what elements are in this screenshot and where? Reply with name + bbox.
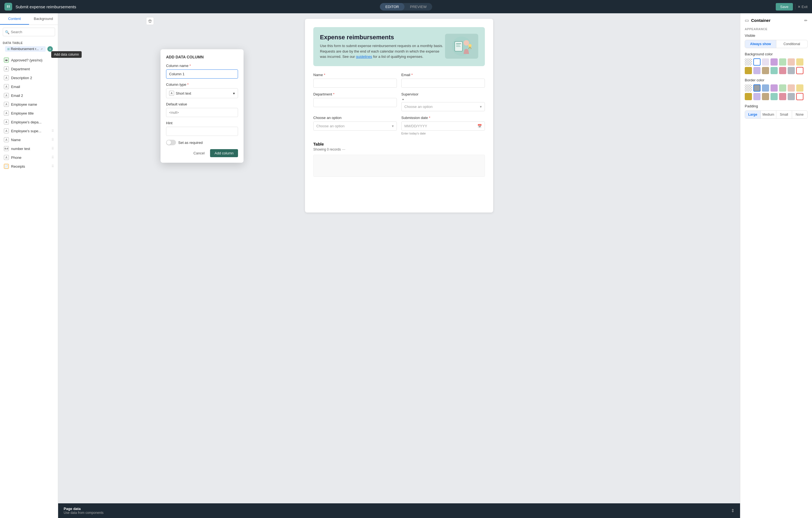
bg-color-tan[interactable] <box>762 67 769 74</box>
border-color-yellow[interactable] <box>796 84 804 92</box>
exit-button[interactable]: ✕ Exit <box>798 5 808 9</box>
sidebar-item-receipts[interactable]: 📄 Receipts ⠿ <box>1 162 57 171</box>
border-color-gray[interactable] <box>753 84 760 92</box>
text-icon: A <box>4 137 9 142</box>
svg-rect-1 <box>7 5 8 7</box>
conditional-option[interactable]: Conditional <box>776 40 807 48</box>
text-icon: A <box>4 155 9 160</box>
column-type-value: Short text <box>176 91 191 95</box>
sidebar-item-employees-supe[interactable]: A Employee's supe... ⠿ <box>1 126 57 135</box>
padding-group: Large Medium Small None <box>745 110 808 119</box>
border-color-grid <box>745 84 808 100</box>
sidebar-item-label: Email <box>11 85 54 89</box>
search-box: 🔍 <box>3 28 55 36</box>
page-data-expand-icon[interactable]: ⇕ <box>731 508 734 513</box>
padding-large[interactable]: Large <box>745 111 761 118</box>
sidebar-item-phone[interactable]: A Phone ⠿ <box>1 153 57 162</box>
tab-background[interactable]: Background <box>29 13 58 25</box>
editor-btn[interactable]: EDITOR <box>380 3 405 10</box>
drag-handle-icon[interactable]: ⠿ <box>52 155 54 160</box>
border-color-red[interactable] <box>796 93 804 100</box>
border-color-peach[interactable] <box>788 84 795 92</box>
modal-overlay: ADD DATA COLUMN Column name * Column typ… <box>116 13 668 518</box>
hint-input[interactable] <box>166 127 238 136</box>
bg-color-transparent[interactable] <box>745 58 752 65</box>
always-show-option[interactable]: Always show <box>745 40 776 48</box>
preview-btn[interactable]: PREVIEW <box>404 3 432 10</box>
bg-color-lavender[interactable] <box>762 58 769 65</box>
add-column-button[interactable]: Add column <box>210 149 238 157</box>
sidebar-item-label: Employee title <box>11 111 54 115</box>
svg-rect-0 <box>6 4 10 9</box>
editor-preview-toggle: EDITOR PREVIEW <box>380 3 432 10</box>
drag-handle-icon[interactable]: ⠿ <box>52 129 54 133</box>
drag-handle-icon[interactable]: ⠿ <box>52 147 54 150</box>
svg-rect-3 <box>7 7 8 8</box>
border-color-pink[interactable] <box>779 93 786 100</box>
page-data-subtitle: Use data from components <box>64 511 104 515</box>
column-name-label: Column name * <box>166 64 238 68</box>
border-color-light-purple[interactable] <box>753 93 760 100</box>
appearance-label: APPEARANCE <box>745 27 808 31</box>
bg-color-light-purple[interactable] <box>753 67 760 74</box>
required-toggle[interactable] <box>166 140 176 145</box>
padding-none[interactable]: None <box>792 111 808 118</box>
border-color-purple[interactable] <box>771 84 778 92</box>
padding-small[interactable]: Small <box>776 111 792 118</box>
data-table-row[interactable]: ⊞ Reimbursement r... ↗ + <box>3 45 55 53</box>
border-color-label: Border color <box>745 78 808 82</box>
app-logo <box>4 3 12 10</box>
modal-title: ADD DATA COLUMN <box>166 55 238 59</box>
drag-handle-icon[interactable]: ⠿ <box>52 138 54 142</box>
table-icon: ⊞ <box>7 47 10 51</box>
short-text-icon: A <box>169 91 174 96</box>
sidebar-item-employee-name[interactable]: A Employee name <box>1 100 57 109</box>
sidebar-item-description2[interactable]: A Description 2 <box>1 73 57 82</box>
column-name-input[interactable] <box>166 69 238 79</box>
border-color-tan[interactable] <box>762 93 769 100</box>
bg-color-gold[interactable] <box>745 67 752 74</box>
border-color-green[interactable] <box>779 84 786 92</box>
border-color-transparent[interactable] <box>745 84 752 92</box>
add-column-button[interactable]: + <box>47 46 53 52</box>
column-type-select[interactable]: A Short text ▾ <box>166 88 238 98</box>
bg-color-pink[interactable] <box>779 67 786 74</box>
hint-field: Hint <box>166 121 238 136</box>
sidebar-item-email2[interactable]: A Email 2 <box>1 91 57 100</box>
border-color-teal[interactable] <box>771 93 778 100</box>
sidebar-item-approved[interactable]: ◀▶ Approved? (yes/no) <box>1 56 57 64</box>
edit-icon[interactable]: ✏ <box>804 18 808 23</box>
bg-color-gray[interactable] <box>788 67 795 74</box>
sidebar-item-number-test[interactable]: 0.0 number test ⠿ <box>1 144 57 153</box>
text-icon: A <box>4 84 9 89</box>
drag-handle-icon[interactable]: ⠿ <box>52 164 54 168</box>
border-color-blue[interactable] <box>762 84 769 92</box>
sidebar-item-employee-title[interactable]: A Employee title <box>1 109 57 118</box>
padding-medium[interactable]: Medium <box>761 111 777 118</box>
search-input[interactable] <box>3 28 55 36</box>
sidebar-item-email[interactable]: A Email <box>1 82 57 91</box>
sidebar-item-department[interactable]: A Department <box>1 64 57 73</box>
svg-rect-4 <box>8 7 10 8</box>
bg-color-red-border[interactable] <box>796 67 804 74</box>
visible-row: Visible Always show Conditional <box>745 33 808 48</box>
border-color-gold[interactable] <box>745 93 752 100</box>
bg-color-green[interactable] <box>779 58 786 65</box>
tab-content[interactable]: Content <box>0 13 29 25</box>
bg-color-purple[interactable] <box>771 58 778 65</box>
default-value-input[interactable] <box>166 108 238 117</box>
topbar: Submit expense reimbursements EDITOR PRE… <box>0 0 812 13</box>
text-icon: A <box>4 102 9 107</box>
bg-color-peach[interactable] <box>788 58 795 65</box>
bg-color-teal[interactable] <box>771 67 778 74</box>
visible-toggle-group: Always show Conditional <box>745 40 808 48</box>
save-button[interactable]: Save <box>776 3 793 10</box>
sidebar-item-name[interactable]: A Name ⠿ <box>1 135 57 144</box>
right-header-title: Container <box>751 18 802 23</box>
bg-color-yellow[interactable] <box>796 58 804 65</box>
cancel-button[interactable]: Cancel <box>191 149 207 157</box>
border-color-gray2[interactable] <box>788 93 795 100</box>
sidebar-item-employees-depa[interactable]: A Employee's depa... <box>1 118 57 126</box>
bg-color-white[interactable] <box>753 58 760 65</box>
sidebar-list: ◀▶ Approved? (yes/no) A Department A Des… <box>0 55 58 518</box>
